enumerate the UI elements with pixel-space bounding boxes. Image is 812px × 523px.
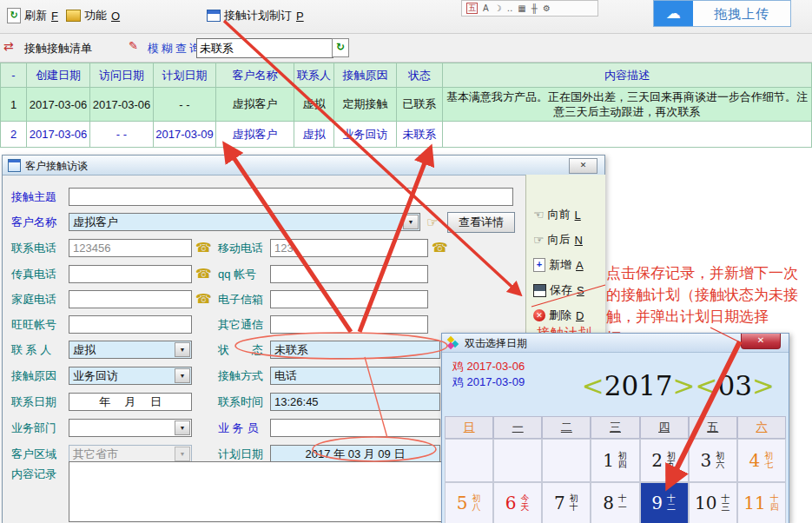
contact-plan-button[interactable]: 接触计划制订P xyxy=(207,7,304,24)
day-cell-5[interactable]: 5初八 xyxy=(445,482,493,523)
refresh-button[interactable]: ↻ 刷新F xyxy=(7,7,58,24)
contact-time-field[interactable] xyxy=(270,393,440,411)
wangwang-input[interactable] xyxy=(69,315,192,334)
cell-customer[interactable]: 虚拟客户 xyxy=(216,122,294,148)
customer-combobox[interactable]: 虚拟客户 ▼ xyxy=(69,213,420,231)
cell-contact[interactable]: 虚拟 xyxy=(294,122,334,148)
day-cell-6-today[interactable]: 6今天 xyxy=(493,482,542,523)
region-combobox: 其它省市 ▼ xyxy=(69,445,192,463)
more-icon[interactable]: ‥ xyxy=(507,3,513,13)
day-cell-2[interactable]: 2初五 xyxy=(640,439,689,482)
day-cell[interactable] xyxy=(445,439,493,482)
contact-person-combobox[interactable]: 虚拟 ▼ xyxy=(69,341,192,359)
day-cell-1[interactable]: 1初四 xyxy=(591,439,639,482)
close-icon[interactable]: ✕ xyxy=(569,158,597,174)
salesman-field[interactable] xyxy=(270,419,440,437)
plan-date-label: 计划日期 xyxy=(218,445,263,463)
function-button[interactable]: 功能O xyxy=(66,7,120,24)
day-cell-9-selected[interactable]: 9十二 xyxy=(640,482,689,523)
phone-icon[interactable]: ☎ xyxy=(195,291,212,307)
backward-button[interactable]: ☞ 向后N xyxy=(533,232,583,248)
cell-description[interactable] xyxy=(443,122,812,148)
phone-icon[interactable]: ☎ xyxy=(195,266,212,281)
other-comm-input[interactable] xyxy=(270,315,428,334)
day-cell-7[interactable]: 7初十 xyxy=(542,482,591,523)
day-cell[interactable] xyxy=(493,439,542,482)
stamp-icon[interactable]: 五 xyxy=(466,3,478,14)
fax-input[interactable] xyxy=(69,265,192,283)
day-cell-3[interactable]: 3初六 xyxy=(689,439,737,482)
phone-icon[interactable]: ☎ xyxy=(432,240,448,255)
mobile-input[interactable] xyxy=(270,239,428,257)
status-field[interactable] xyxy=(270,341,440,359)
method-field[interactable] xyxy=(270,367,440,385)
pen-icon[interactable]: ✎ xyxy=(129,39,138,52)
topic-input[interactable] xyxy=(69,188,513,206)
cell-description[interactable]: 基本满意我方产品。正在国外出差，三天回来再商谈进一步合作细节。注意三天后主动跟进… xyxy=(443,88,812,122)
table-row[interactable]: 1 2017-03-06 2017-03-06 - - 虚拟客户 虚拟 定期接触… xyxy=(1,88,812,122)
font-icon[interactable]: A xyxy=(483,3,489,13)
day-cell-11[interactable]: 11十四 xyxy=(737,482,786,523)
day-cell-8[interactable]: 8十一 xyxy=(591,482,639,523)
day-cell-10[interactable]: 10十三 xyxy=(689,482,737,523)
chevron-down-icon[interactable]: ▼ xyxy=(175,342,190,357)
plan-date-field[interactable] xyxy=(270,445,440,463)
chevron-down-icon[interactable]: ▼ xyxy=(403,215,419,229)
table-row[interactable]: 2 2017-03-06 - - 2017-03-09 虚拟客户 虚拟 业务回访… xyxy=(1,122,812,148)
backward-hotkey: N xyxy=(575,234,583,247)
cell-contact[interactable]: 虚拟 xyxy=(294,88,334,122)
year-month-selector[interactable]: <2017><03> xyxy=(582,370,775,401)
cell-customer[interactable]: 虚拟客户 xyxy=(216,88,294,122)
fuzzy-query-link[interactable]: 模糊查询 xyxy=(148,41,203,56)
prev-year-icon[interactable]: < xyxy=(582,370,604,401)
swap-arrows-icon[interactable]: ⇄ xyxy=(3,39,14,53)
gear-icon[interactable]: ⚙ xyxy=(543,3,551,13)
delete-button[interactable]: ✕ 删除D xyxy=(533,308,584,323)
qq-input[interactable] xyxy=(270,265,428,283)
search-input[interactable] xyxy=(196,38,333,58)
prev-month-icon[interactable]: < xyxy=(696,370,718,401)
home-phone-input[interactable] xyxy=(69,290,192,308)
cell-reason[interactable]: 定期接触 xyxy=(334,88,397,122)
cell-plan-date[interactable]: - - xyxy=(154,88,216,122)
search-refresh-button[interactable]: ↻ xyxy=(332,38,349,57)
cell-visit-date[interactable]: 2017-03-06 xyxy=(90,88,154,122)
save-label: 保存 xyxy=(550,282,572,298)
add-button[interactable]: + 新增A xyxy=(533,257,584,273)
reason-combobox[interactable]: 业务回访 ▼ xyxy=(69,367,192,385)
grid-icon[interactable]: ▦ xyxy=(518,3,525,13)
dialog-titlebar[interactable]: 客户接触访谈 ✕ xyxy=(3,156,604,175)
row-number[interactable]: 1 xyxy=(1,88,27,122)
forward-button[interactable]: ☜ 向前L xyxy=(533,207,581,222)
drag-upload-button[interactable]: ☁ 拖拽上传 xyxy=(653,0,791,27)
cell-visit-date[interactable]: - - xyxy=(90,122,154,148)
close-icon[interactable]: ✕ xyxy=(741,334,781,349)
chevron-down-icon[interactable]: ▼ xyxy=(175,420,190,435)
col-header: 创建日期 xyxy=(27,63,90,88)
cell-reason[interactable]: 业务回访 xyxy=(334,122,397,148)
department-combobox[interactable]: ▼ xyxy=(69,419,192,437)
day-cell[interactable] xyxy=(542,439,591,482)
cell-status[interactable]: 未联系 xyxy=(397,122,443,148)
phone-input[interactable] xyxy=(69,239,192,257)
cell-create-date[interactable]: 2017-03-06 xyxy=(27,88,90,122)
save-button[interactable]: 保存S xyxy=(533,282,584,298)
delete-label: 删除 xyxy=(549,308,571,323)
cell-status[interactable]: 已联系 xyxy=(397,88,443,122)
cell-create-date[interactable]: 2017-03-06 xyxy=(27,122,90,148)
hand-point-icon[interactable]: ☞ xyxy=(426,215,438,230)
next-year-icon[interactable]: > xyxy=(673,370,696,401)
cell-plan-date[interactable]: 2017-03-09 xyxy=(154,122,216,148)
row-number[interactable]: 2 xyxy=(1,122,27,148)
columns-icon[interactable]: ╫ xyxy=(531,3,538,13)
contact-date-field[interactable] xyxy=(69,393,192,411)
chevron-down-icon[interactable]: ▼ xyxy=(175,368,190,383)
day-cell-4[interactable]: 4初七 xyxy=(737,439,786,482)
calendar-titlebar[interactable]: 双击选择日期 xyxy=(442,334,789,353)
phone-icon[interactable]: ☎ xyxy=(195,240,212,255)
next-month-icon[interactable]: > xyxy=(752,370,775,401)
weekday-wed: 三 xyxy=(591,416,639,439)
email-input[interactable] xyxy=(270,290,428,308)
view-detail-button[interactable]: 查看详情 xyxy=(447,212,515,233)
moon-icon[interactable]: ☽ xyxy=(494,3,502,13)
